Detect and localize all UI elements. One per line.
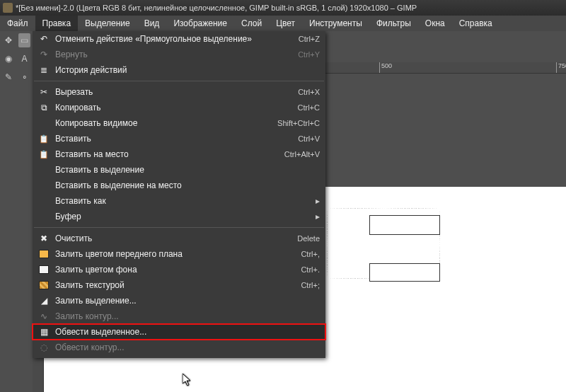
menu-item-shortcut: Shift+Ctrl+C (277, 119, 320, 127)
menu-item[interactable]: Вставить в выделение (33, 162, 325, 178)
strokep-icon: ◌ (37, 342, 51, 353)
menu-item[interactable]: Залить текстуройCtrl+; (33, 277, 325, 293)
menu-item-shortcut: Ctrl+V (298, 134, 320, 143)
menu-item-label: Очистить (55, 234, 290, 243)
text-tool-icon[interactable]: A (18, 52, 30, 66)
stroke-icon: ▦ (37, 326, 51, 338)
menu-item-shortcut: Delete (297, 234, 320, 243)
menu-item[interactable]: ✂ВырезатьCtrl+X (33, 84, 325, 100)
menu-item-label: Обвести контур... (55, 342, 320, 352)
menu-item[interactable]: Копировать видимоеShift+Ctrl+C (33, 115, 325, 131)
drawn-rect-2 (369, 263, 440, 282)
menu-item-label: Буфер (55, 212, 313, 221)
chevron-right-icon: ▸ (313, 212, 320, 221)
menu-item: ◌Обвести контур... (33, 340, 325, 355)
tex-swatch (37, 279, 51, 291)
blank-icon (37, 195, 51, 207)
copy-icon: ⧉ (37, 102, 51, 113)
app-icon (3, 3, 13, 13)
menu-вид[interactable]: Вид (137, 16, 167, 31)
menu-item-label: Вырезать (55, 87, 291, 97)
menu-item-shortcut: Ctrl+Alt+V (284, 150, 320, 158)
menu-справка[interactable]: Справка (452, 16, 499, 31)
toolbox: ✥ ▭ ◉ A ✎ ∘ (0, 31, 33, 392)
menu-файл[interactable]: Файл (0, 16, 35, 31)
menu-item-shortcut: Ctrl+C (298, 103, 320, 112)
menu-item: ∿Залить контур... (33, 309, 325, 324)
ruler-tick: 500 (379, 62, 392, 74)
menu-item[interactable]: Вставить как▸ (33, 193, 325, 209)
window-title: *[Без имени]-2.0 (Цвета RGB 8 бит, нелин… (16, 4, 417, 12)
titlebar: *[Без имени]-2.0 (Цвета RGB 8 бит, нелин… (0, 0, 566, 16)
redo-icon: ↷ (37, 49, 51, 60)
menu-item-label: Вернуть (55, 50, 291, 59)
menu-окна[interactable]: Окна (418, 16, 452, 31)
menu-separator (34, 81, 324, 81)
menu-слой[interactable]: Слой (234, 16, 269, 31)
history-icon: ≣ (37, 64, 51, 76)
menu-item-label: Залить цветом переднего плана (55, 249, 294, 259)
menu-item-label: Вставить на место (55, 149, 277, 159)
menu-фильтры[interactable]: Фильтры (369, 16, 418, 31)
menu-цвет[interactable]: Цвет (269, 16, 302, 31)
bg-swatch (37, 264, 51, 275)
menu-item-shortcut: Ctrl+X (298, 88, 320, 96)
menu-item[interactable]: ▦Обвести выделенное... (33, 324, 325, 340)
menu-item-label: Залить текстурой (55, 280, 294, 290)
menu-изображение[interactable]: Изображение (166, 16, 234, 31)
menu-item-label: Залить контур... (55, 311, 320, 321)
menu-item[interactable]: ⧉КопироватьCtrl+C (33, 100, 325, 115)
bucket-icon: ◢ (37, 295, 51, 306)
menu-item-label: История действий (55, 65, 320, 75)
menu-item: ↷ВернутьCtrl+Y (33, 47, 325, 62)
menu-item[interactable]: ◢Залить выделение... (33, 293, 325, 309)
menu-item-label: Копировать видимое (55, 118, 270, 128)
menu-item-label: Залить цветом фона (55, 265, 294, 275)
menu-инструменты[interactable]: Инструменты (302, 16, 369, 31)
menu-item-shortcut: Ctrl+. (301, 265, 320, 274)
blank-icon (37, 211, 51, 222)
undo-icon: ↶ (37, 33, 51, 45)
blur-tool-icon[interactable]: ∘ (18, 70, 30, 84)
blank-icon (37, 117, 51, 129)
path-icon: ∿ (37, 311, 51, 322)
menu-item-shortcut: Ctrl+Z (299, 35, 320, 43)
paste-in-icon: 📋 (37, 149, 51, 160)
move-tool-icon[interactable]: ✥ (2, 33, 14, 47)
menu-item-label: Залить выделение... (55, 296, 320, 306)
ruler-tick: 750 (556, 62, 566, 74)
blank-icon (37, 180, 51, 191)
menubar: ФайлПравкаВыделениеВидИзображениеСлойЦве… (0, 16, 566, 31)
fg-swatch (37, 248, 51, 260)
menu-item-label: Копировать (55, 103, 291, 113)
menu-item[interactable]: Буфер▸ (33, 209, 325, 224)
paste-icon: 📋 (37, 133, 51, 144)
menu-item[interactable]: Залить цветом переднего планаCtrl+, (33, 246, 325, 262)
menu-item-shortcut: Ctrl+; (301, 281, 320, 289)
menu-separator (34, 227, 324, 228)
menu-item[interactable]: 📋Вставить на местоCtrl+Alt+V (33, 146, 325, 162)
cut-icon: ✂ (37, 86, 51, 98)
menu-item-shortcut: Ctrl+Y (298, 50, 320, 59)
menu-item-label: Вставить в выделение на место (55, 180, 320, 190)
menu-item-label: Отменить действие «Прямоугольное выделен… (55, 34, 291, 44)
menu-item-label: Вставить (55, 134, 291, 144)
menu-item[interactable]: ✖ОчиститьDelete (33, 231, 325, 246)
blank-icon (37, 164, 51, 175)
clear-icon: ✖ (37, 233, 51, 244)
menu-item[interactable]: 📋ВставитьCtrl+V (33, 131, 325, 146)
menu-правка[interactable]: Правка (35, 16, 79, 31)
menu-выделение[interactable]: Выделение (78, 16, 137, 31)
menu-item[interactable]: ≣История действий (33, 62, 325, 78)
menu-item-label: Обвести выделенное... (55, 327, 320, 337)
bucket-tool-icon[interactable]: ◉ (2, 52, 14, 66)
rect-select-tool-icon[interactable]: ▭ (18, 33, 30, 47)
menu-item-shortcut: Ctrl+, (301, 250, 320, 258)
brush-tool-icon[interactable]: ✎ (2, 70, 14, 84)
menu-item-label: Вставить в выделение (55, 165, 320, 175)
edit-menu-dropdown: ↶Отменить действие «Прямоугольное выделе… (33, 31, 325, 358)
drawn-rect-1 (369, 215, 440, 235)
menu-item[interactable]: Залить цветом фонаCtrl+. (33, 262, 325, 277)
menu-item[interactable]: Вставить в выделение на место (33, 178, 325, 193)
menu-item[interactable]: ↶Отменить действие «Прямоугольное выделе… (33, 31, 325, 47)
